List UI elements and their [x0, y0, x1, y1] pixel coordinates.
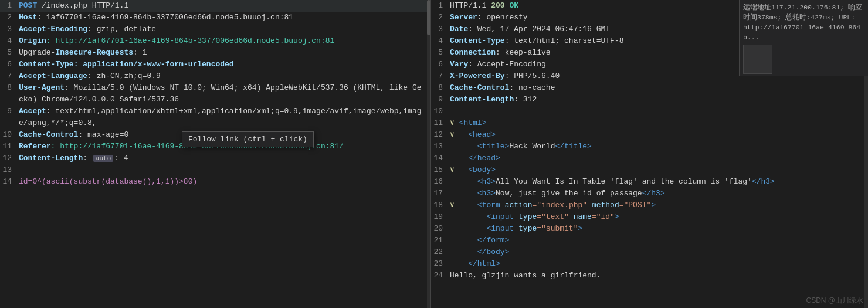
line-number: 6	[0, 59, 19, 70]
code-line-7: 7Accept-Language: zh-CN,zh;q=0.9	[0, 70, 430, 82]
line-number: 4	[0, 35, 19, 47]
code-line-21: 21 </form>	[431, 235, 868, 246]
line-content: Accept-Language: zh-CN,zh;q=0.9	[19, 70, 426, 82]
right-panel: 1HTTP/1.1 200 OK2Server: openresty3Date:…	[431, 0, 868, 308]
code-line-10: 10	[431, 106, 868, 117]
line-number: 11	[0, 141, 19, 153]
code-line-3: 3Accept-Encoding: gzip, deflate	[0, 23, 430, 35]
line-number: 7	[431, 70, 450, 82]
line-content: Content-Type: application/x-www-form-url…	[19, 59, 426, 70]
line-content: Cache-Control: no-cache	[450, 82, 863, 94]
line-content: </head>	[450, 153, 863, 164]
line-content: ∨ <form action="index.php" method="POST"…	[450, 199, 863, 211]
left-code-area[interactable]: 1POST /index.php HTTP/1.12Host: 1af67701…	[0, 0, 430, 308]
follow-link-tooltip: Follow link (ctrl + click)	[182, 131, 314, 147]
line-number: 12	[0, 153, 19, 164]
line-number: 10	[0, 129, 19, 141]
line-content: ∨ <body>	[450, 164, 863, 176]
code-line-9: 9Content-Length: 312	[431, 94, 868, 106]
line-number: 12	[431, 129, 450, 141]
code-line-13: 13	[0, 164, 430, 176]
left-panel: 1POST /index.php HTTP/1.12Host: 1af67701…	[0, 0, 431, 308]
code-line-4: 4Origin: http://1af67701-16ae-4169-864b-…	[0, 35, 430, 47]
code-line-5: 5Upgrade-Insecure-Requests: 1	[0, 47, 430, 59]
tooltip-container: Follow link (ctrl + click)	[182, 131, 314, 147]
line-number: 1	[431, 0, 450, 12]
left-scrollbar-thumb[interactable]	[427, 0, 430, 35]
line-number: 9	[0, 106, 19, 117]
info-line1: 远端地址117.21.200.176:81; 响应	[743, 2, 864, 12]
code-line-13: 13 <title>Hack World</title>	[431, 141, 868, 153]
line-number: 19	[431, 211, 450, 223]
line-content: Hello, glzjin wants a girlfriend.	[450, 270, 863, 282]
line-number: 21	[431, 235, 450, 246]
code-line-12: 12Content-Length: auto: 4	[0, 153, 430, 164]
line-number: 8	[431, 82, 450, 94]
line-number: 17	[431, 188, 450, 199]
code-line-22: 22 </body>	[431, 246, 868, 258]
line-number: 1	[0, 0, 19, 12]
code-line-19: 19 <input type="text" name="id">	[431, 211, 868, 223]
left-scrollbar[interactable]	[427, 0, 430, 308]
line-content: <h3>Now, just give the id of passage</h3…	[450, 188, 863, 199]
line-content: Content-Length: 312	[450, 94, 863, 106]
line-content: Accept-Encoding: gzip, deflate	[19, 23, 426, 35]
code-line-17: 17 <h3>Now, just give the id of passage<…	[431, 188, 868, 199]
line-content: User-Agent: Mozilla/5.0 (Windows NT 10.0…	[19, 82, 426, 106]
info-line3: http://1af67701-16ae-4169-864	[743, 22, 864, 32]
line-number: 9	[431, 94, 450, 106]
line-number: 3	[0, 23, 19, 35]
line-content: ∨ <html>	[450, 117, 863, 129]
line-number: 14	[0, 176, 19, 188]
line-number: 16	[431, 176, 450, 188]
line-content: </body>	[450, 246, 863, 258]
code-line-24: 24Hello, glzjin wants a girlfriend.	[431, 270, 868, 282]
line-content: Content-Length: auto: 4	[19, 153, 426, 164]
code-line-9: 9Accept: text/html,application/xhtml+xml…	[0, 106, 430, 129]
auto-badge: auto	[93, 155, 113, 162]
line-content: Upgrade-Insecure-Requests: 1	[19, 47, 426, 59]
line-number: 14	[431, 153, 450, 164]
watermark: CSDN @山川绿水	[806, 296, 863, 306]
line-number: 24	[431, 270, 450, 282]
line-number: 20	[431, 223, 450, 235]
code-line-18: 18∨ <form action="index.php" method="POS…	[431, 199, 868, 211]
line-number: 23	[431, 258, 450, 270]
info-line2: 时间378ms; 总耗时:427ms; URL:	[743, 12, 864, 22]
line-number: 15	[431, 164, 450, 176]
line-content: <h3>All You Want Is In Table 'flag' and …	[450, 176, 863, 188]
code-line-15: 15∨ <body>	[431, 164, 868, 176]
line-content: id=0^(ascii(substr(database(),1,1))>80)	[19, 176, 426, 188]
line-content: Host: 1af67701-16ae-4169-864b-3377006ed6…	[19, 12, 426, 23]
line-number: 22	[431, 246, 450, 258]
line-number: 5	[0, 47, 19, 59]
line-number: 4	[431, 35, 450, 47]
line-number: 3	[431, 23, 450, 35]
code-line-8: 8User-Agent: Mozilla/5.0 (Windows NT 10.…	[0, 82, 430, 106]
line-number: 2	[0, 12, 19, 23]
code-line-20: 20 <input type="submit">	[431, 223, 868, 235]
request-info-box: 远端地址117.21.200.176:81; 响应 时间378ms; 总耗时:4…	[739, 0, 868, 76]
code-line-2: 2Host: 1af67701-16ae-4169-864b-3377006ed…	[0, 12, 430, 23]
info-line4: b...	[743, 32, 864, 42]
line-content: ∨ <head>	[450, 129, 863, 141]
code-line-6: 6Content-Type: application/x-www-form-ur…	[0, 59, 430, 70]
line-number: 8	[0, 82, 19, 94]
line-number: 6	[431, 59, 450, 70]
line-number: 10	[431, 106, 450, 117]
line-number: 2	[431, 12, 450, 23]
line-content: Origin: http://1af67701-16ae-4169-864b-3…	[19, 35, 426, 47]
line-number: 18	[431, 199, 450, 211]
line-number: 7	[0, 70, 19, 82]
code-line-16: 16 <h3>All You Want Is In Table 'flag' a…	[431, 176, 868, 188]
code-line-23: 23 </html>	[431, 258, 868, 270]
line-number: 13	[0, 164, 19, 176]
line-content: POST /index.php HTTP/1.1	[19, 0, 426, 12]
line-content: Accept: text/html,application/xhtml+xml,…	[19, 106, 426, 129]
line-content: </html>	[450, 258, 863, 270]
line-content: <input type="text" name="id">	[450, 211, 863, 223]
code-line-8: 8Cache-Control: no-cache	[431, 82, 868, 94]
image-thumbnail	[743, 45, 772, 74]
line-number: 11	[431, 117, 450, 129]
line-content: </form>	[450, 235, 863, 246]
